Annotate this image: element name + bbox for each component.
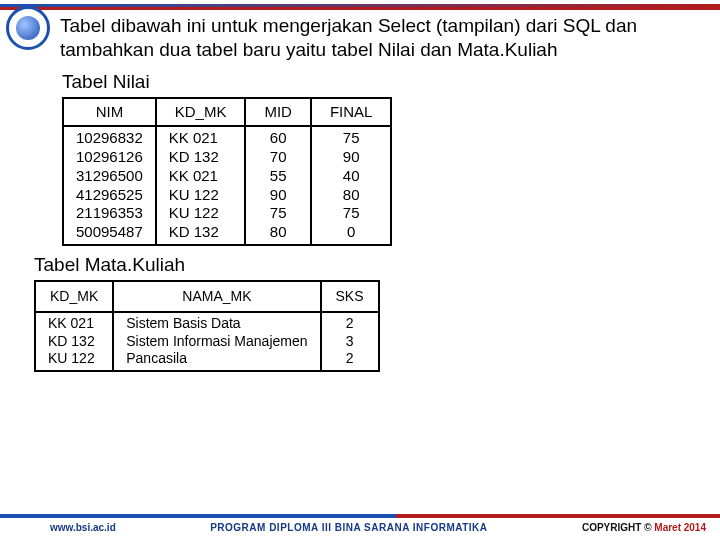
footer-copy-label: COPYRIGHT © bbox=[582, 522, 652, 533]
mk-header-sks: SKS bbox=[321, 281, 379, 313]
mk-sks-cell: 232 bbox=[321, 312, 379, 371]
mk-header-kdmk: KD_MK bbox=[35, 281, 113, 313]
nilai-title: Tabel Nilai bbox=[62, 71, 702, 93]
mk-title: Tabel Mata.Kuliah bbox=[34, 254, 702, 276]
footer-bar: www.bsi.ac.id PROGRAM DIPLOMA III BINA S… bbox=[0, 514, 720, 540]
nilai-header-final: FINAL bbox=[311, 98, 392, 127]
nilai-mid-cell: 607055907580 bbox=[245, 126, 311, 245]
nilai-kdmk-cell: KK 021KD 132KK 021KU 122KU 122KD 132 bbox=[156, 126, 246, 245]
mk-namamk-cell: Sistem Basis DataSistem Informasi Manaje… bbox=[113, 312, 320, 371]
footer-date: Maret 2014 bbox=[654, 522, 706, 533]
footer-program: PROGRAM DIPLOMA III BINA SARANA INFORMAT… bbox=[116, 522, 582, 533]
footer-copy: COPYRIGHT © Maret 2014 bbox=[582, 522, 706, 533]
nilai-nim-cell: 1029683210296126312965004129652521196353… bbox=[63, 126, 156, 245]
nilai-final-cell: 75904080750 bbox=[311, 126, 392, 245]
bsi-logo bbox=[6, 6, 50, 50]
nilai-header-kdmk: KD_MK bbox=[156, 98, 246, 127]
mk-header-namamk: NAMA_MK bbox=[113, 281, 320, 313]
top-ribbon bbox=[0, 4, 720, 10]
table-row: KK 021KD 132KU 122 Sistem Basis DataSist… bbox=[35, 312, 379, 371]
slide-content: Tabel dibawah ini untuk mengerjakan Sele… bbox=[60, 14, 702, 508]
table-nilai: NIM KD_MK MID FINAL 10296832102961263129… bbox=[62, 97, 392, 246]
footer-url: www.bsi.ac.id bbox=[50, 522, 116, 533]
globe-icon bbox=[16, 16, 40, 40]
mk-kdmk-cell: KK 021KD 132KU 122 bbox=[35, 312, 113, 371]
intro-text: Tabel dibawah ini untuk mengerjakan Sele… bbox=[60, 14, 702, 63]
table-row: 1029683210296126312965004129652521196353… bbox=[63, 126, 391, 245]
nilai-header-mid: MID bbox=[245, 98, 311, 127]
table-matakuliah: KD_MK NAMA_MK SKS KK 021KD 132KU 122 Sis… bbox=[34, 280, 380, 372]
nilai-header-nim: NIM bbox=[63, 98, 156, 127]
